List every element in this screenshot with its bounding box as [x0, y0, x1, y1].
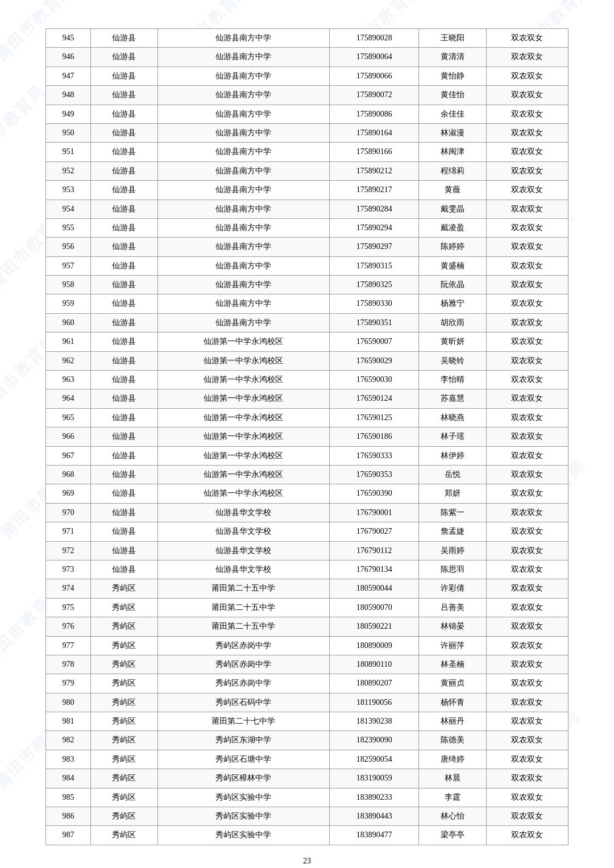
cell-name: 林心怡 — [419, 807, 486, 826]
cell-county: 仙游县 — [90, 446, 157, 465]
table-row: 954 仙游县 仙游县南方中学 175890284 戴雯晶 双农双女 — [46, 200, 569, 218]
cell-id: 176590007 — [329, 333, 419, 351]
cell-category: 双农双女 — [486, 181, 568, 200]
cell-category: 双农双女 — [486, 503, 568, 522]
cell-category: 双农双女 — [486, 123, 568, 142]
cell-seq: 957 — [46, 256, 91, 275]
cell-name: 唐绮婷 — [419, 750, 486, 769]
cell-county: 秀屿区 — [90, 636, 157, 655]
table-row: 979 秀屿区 秀屿区赤岗中学 180890207 黄丽贞 双农双女 — [46, 674, 569, 693]
cell-id: 176790134 — [329, 560, 419, 579]
cell-name: 林圣楠 — [419, 655, 486, 674]
cell-seq: 984 — [46, 769, 91, 788]
cell-county: 秀屿区 — [90, 750, 157, 769]
cell-county: 秀屿区 — [90, 693, 157, 712]
cell-school: 仙游第一中学永鸿校区 — [157, 484, 329, 503]
cell-county: 仙游县 — [90, 48, 157, 67]
cell-name: 梁亭亭 — [419, 826, 486, 845]
cell-seq: 976 — [46, 617, 91, 636]
cell-category: 双农双女 — [486, 218, 568, 237]
cell-category: 双农双女 — [486, 143, 568, 161]
cell-id: 175890212 — [329, 161, 419, 180]
cell-county: 仙游县 — [90, 123, 157, 142]
cell-seq: 954 — [46, 200, 91, 218]
cell-seq: 982 — [46, 731, 91, 750]
cell-id: 175890297 — [329, 238, 419, 256]
cell-category: 双农双女 — [486, 389, 568, 408]
cell-name: 黄怡静 — [419, 67, 486, 85]
cell-id: 183890233 — [329, 788, 419, 807]
cell-category: 双农双女 — [486, 276, 568, 294]
cell-county: 仙游县 — [90, 218, 157, 237]
cell-school: 秀屿区赤岗中学 — [157, 674, 329, 693]
cell-school: 仙游县南方中学 — [157, 256, 329, 275]
cell-county: 仙游县 — [90, 105, 157, 123]
cell-county: 仙游县 — [90, 276, 157, 294]
cell-id: 182590054 — [329, 750, 419, 769]
table-row: 982 秀屿区 秀屿区东湖中学 182390090 陈德美 双农双女 — [46, 731, 569, 750]
cell-category: 双农双女 — [486, 408, 568, 427]
table-row: 962 仙游县 仙游第一中学永鸿校区 176590029 吴晓铃 双农双女 — [46, 351, 569, 370]
table-row: 981 秀屿区 莆田第二十七中学 181390238 林丽丹 双农双女 — [46, 712, 569, 731]
cell-id: 181190056 — [329, 693, 419, 712]
cell-seq: 958 — [46, 276, 91, 294]
cell-school: 仙游第一中学永鸿校区 — [157, 371, 329, 389]
cell-seq: 949 — [46, 105, 91, 123]
cell-county: 仙游县 — [90, 200, 157, 218]
cell-school: 仙游县南方中学 — [157, 86, 329, 105]
cell-id: 175890086 — [329, 105, 419, 123]
cell-name: 林晨 — [419, 769, 486, 788]
cell-county: 仙游县 — [90, 522, 157, 541]
table-row: 970 仙游县 仙游县华文学校 176790001 陈紫一 双农双女 — [46, 503, 569, 522]
cell-school: 仙游县华文学校 — [157, 541, 329, 560]
cell-category: 双农双女 — [486, 48, 568, 67]
cell-id: 182390090 — [329, 731, 419, 750]
cell-category: 双农双女 — [486, 617, 568, 636]
table-row: 946 仙游县 仙游县南方中学 175890064 黄清清 双农双女 — [46, 48, 569, 67]
cell-category: 双农双女 — [486, 29, 568, 48]
cell-county: 仙游县 — [90, 181, 157, 200]
cell-category: 双农双女 — [486, 333, 568, 351]
cell-seq: 968 — [46, 465, 91, 484]
cell-id: 175890294 — [329, 218, 419, 237]
cell-seq: 973 — [46, 560, 91, 579]
cell-school: 秀屿区石塘中学 — [157, 750, 329, 769]
cell-name: 陈德美 — [419, 731, 486, 750]
table-row: 965 仙游县 仙游第一中学永鸿校区 176590125 林晓燕 双农双女 — [46, 408, 569, 427]
cell-seq: 952 — [46, 161, 91, 180]
cell-id: 176590124 — [329, 389, 419, 408]
cell-seq: 977 — [46, 636, 91, 655]
cell-id: 175890330 — [329, 294, 419, 313]
cell-category: 双农双女 — [486, 67, 568, 85]
table-row: 984 秀屿区 秀屿区樟林中学 183190059 林晨 双农双女 — [46, 769, 569, 788]
cell-id: 175890217 — [329, 181, 419, 200]
cell-seq: 965 — [46, 408, 91, 427]
table-row: 951 仙游县 仙游县南方中学 175890166 林闽津 双农双女 — [46, 143, 569, 161]
cell-category: 双农双女 — [486, 200, 568, 218]
cell-name: 岳悦 — [419, 465, 486, 484]
cell-category: 双农双女 — [486, 579, 568, 598]
cell-id: 176590353 — [329, 465, 419, 484]
cell-county: 仙游县 — [90, 86, 157, 105]
table-row: 975 秀屿区 莆田第二十五中学 180590070 吕善美 双农双女 — [46, 598, 569, 617]
cell-school: 仙游县南方中学 — [157, 143, 329, 161]
table-row: 986 秀屿区 秀屿区实验中学 183890443 林心怡 双农双女 — [46, 807, 569, 826]
cell-seq: 981 — [46, 712, 91, 731]
cell-school: 秀屿区樟林中学 — [157, 769, 329, 788]
table-row: 972 仙游县 仙游县华文学校 176790112 吴雨婷 双农双女 — [46, 541, 569, 560]
cell-category: 双农双女 — [486, 693, 568, 712]
cell-school: 莆田第二十五中学 — [157, 579, 329, 598]
cell-seq: 948 — [46, 86, 91, 105]
cell-county: 仙游县 — [90, 503, 157, 522]
cell-id: 175890064 — [329, 48, 419, 67]
cell-county: 仙游县 — [90, 333, 157, 351]
cell-school: 仙游县南方中学 — [157, 294, 329, 313]
cell-category: 双农双女 — [486, 750, 568, 769]
cell-category: 双农双女 — [486, 256, 568, 275]
table-row: 971 仙游县 仙游县华文学校 176790027 詹孟婕 双农双女 — [46, 522, 569, 541]
table-row: 973 仙游县 仙游县华文学校 176790134 陈思羽 双农双女 — [46, 560, 569, 579]
cell-seq: 980 — [46, 693, 91, 712]
cell-county: 仙游县 — [90, 427, 157, 446]
cell-name: 戴凌盈 — [419, 218, 486, 237]
cell-name: 黄丽贞 — [419, 674, 486, 693]
